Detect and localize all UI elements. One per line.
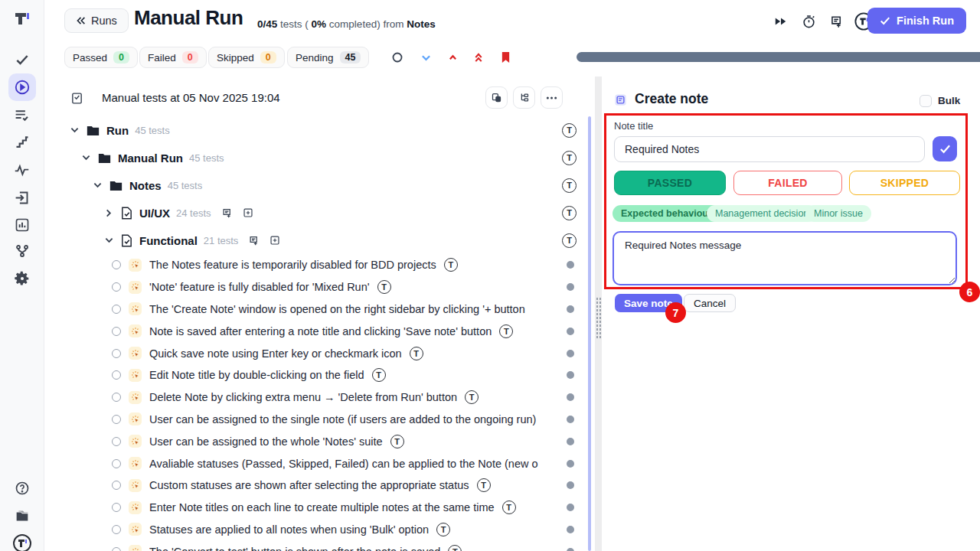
suite-count: 45 tests <box>189 152 224 164</box>
test-status-radio[interactable] <box>112 437 121 446</box>
test-owner-badge-icon: T <box>562 123 577 138</box>
test-row[interactable]: Delete Note by clicking extra menu → 'De… <box>44 386 590 409</box>
activity-pulse-icon[interactable] <box>8 158 36 182</box>
bulk-checkbox[interactable] <box>920 95 932 107</box>
test-row[interactable]: Enter Note titles on each line to create… <box>44 497 590 519</box>
add-note-icon[interactable] <box>221 207 233 219</box>
chevron-down-icon[interactable] <box>80 152 91 163</box>
tag-management-decision[interactable]: Management decision <box>707 205 817 222</box>
collapse-down-icon[interactable] <box>417 49 434 66</box>
suite-row-manual-run[interactable]: Manual Run45 testsT <box>44 144 590 171</box>
priority-double-up-icon[interactable] <box>470 49 487 66</box>
test-row[interactable]: Statuses are applied to all notes when u… <box>44 519 590 541</box>
test-status-radio[interactable] <box>112 481 121 490</box>
test-status-radio[interactable] <box>112 260 121 269</box>
help-icon[interactable] <box>8 476 36 500</box>
page-title: Manual Run <box>134 6 243 30</box>
test-tree-pane: Manual tests at 05 Nov 2025 19:04 Run45 … <box>44 77 590 551</box>
test-plans-icon[interactable] <box>8 103 36 127</box>
filter-chip-pending[interactable]: Pending 45 <box>287 47 369 68</box>
test-title: Edit Note title by double-clicking on th… <box>149 369 364 381</box>
tree-view-button[interactable] <box>513 86 535 109</box>
test-row[interactable]: The Notes feature is temporarily disable… <box>44 254 590 276</box>
add-note-icon[interactable] <box>248 235 260 246</box>
tag-expected-behaviour[interactable]: Expected behaviour <box>612 205 720 222</box>
test-status-radio[interactable] <box>112 305 121 314</box>
finish-run-button[interactable]: Finish Run <box>867 8 966 34</box>
test-row[interactable]: Quick save note using Enter key or check… <box>44 342 590 364</box>
status-skipped-button[interactable]: SKIPPED <box>849 171 960 195</box>
pending-status-dot <box>567 371 574 379</box>
test-status-radio[interactable] <box>112 547 121 551</box>
suite-row-ui-ux[interactable]: UI/UX24 testsT <box>44 199 590 227</box>
test-owner-badge-icon: T <box>562 206 577 220</box>
back-to-runs-button[interactable]: Runs <box>64 8 129 33</box>
test-status-radio[interactable] <box>112 393 121 402</box>
suite-count: 21 tests <box>204 235 239 246</box>
runs-play-icon[interactable] <box>8 73 36 101</box>
test-row[interactable]: The 'Create Note' window is opened on th… <box>44 298 590 321</box>
filter-chip-skipped[interactable]: Skipped 0 <box>208 47 285 68</box>
suite-row-run[interactable]: Run45 testsT <box>44 116 590 144</box>
test-status-radio[interactable] <box>112 525 121 534</box>
note-title-input[interactable] <box>614 136 925 162</box>
test-status-radio[interactable] <box>112 415 121 424</box>
filter-chip-failed[interactable]: Failed 0 <box>139 47 207 68</box>
run-checklist-icon[interactable] <box>70 92 83 108</box>
copy-run-button[interactable] <box>485 86 508 109</box>
test-row[interactable]: User can be assigned to the single note … <box>44 409 590 431</box>
test-row[interactable]: The 'Convert to test' button is shown af… <box>44 540 590 551</box>
add-test-icon[interactable] <box>243 207 253 218</box>
settings-gear-icon[interactable] <box>8 266 36 291</box>
test-row[interactable]: Avaliable statuses (Passed, Skipped, Fai… <box>44 452 590 474</box>
test-status-radio[interactable] <box>112 459 121 468</box>
timer-icon[interactable] <box>799 12 818 31</box>
chevron-down-icon[interactable] <box>103 235 114 246</box>
more-options-button[interactable] <box>541 86 563 109</box>
panel-resize-gutter[interactable] <box>595 77 602 551</box>
circle-status-icon[interactable] <box>389 49 406 66</box>
pending-status-dot <box>567 416 574 423</box>
cancel-button[interactable]: Cancel <box>684 294 736 312</box>
test-row[interactable]: User can be assigned to the whole 'Notes… <box>44 430 590 452</box>
filter-chip-passed[interactable]: Passed 0 <box>64 47 138 68</box>
test-status-radio[interactable] <box>112 370 121 380</box>
test-status-radio[interactable] <box>112 349 121 358</box>
add-note-icon[interactable] <box>827 12 845 31</box>
steps-icon[interactable] <box>8 130 36 155</box>
profile-logo-icon[interactable] <box>8 531 36 551</box>
tag-minor-issue[interactable]: Minor issue <box>805 205 871 222</box>
chevron-down-icon[interactable] <box>92 180 103 191</box>
test-row[interactable]: Edit Note title by double-clicking on th… <box>44 364 590 386</box>
bookmark-icon[interactable] <box>497 49 514 66</box>
test-title: The 'Convert to test' button is shown af… <box>149 546 440 551</box>
status-passed-button[interactable]: PASSED <box>614 171 726 195</box>
test-status-radio[interactable] <box>112 282 121 292</box>
test-owner-badge-icon: T <box>448 545 462 551</box>
resize-handle-icon[interactable] <box>596 297 601 340</box>
test-row[interactable]: Custom statuses are shown after selectin… <box>44 474 590 497</box>
test-status-radio[interactable] <box>112 327 121 336</box>
import-icon[interactable] <box>8 185 36 210</box>
status-failed-button[interactable]: FAILED <box>733 171 842 195</box>
test-status-radio[interactable] <box>112 503 121 512</box>
tree-scrollbar[interactable] <box>588 116 591 551</box>
note-icon <box>613 93 628 110</box>
projects-folder-icon[interactable] <box>8 504 36 528</box>
test-row[interactable]: Note is saved after entering a note titl… <box>44 320 590 342</box>
priority-up-icon[interactable] <box>444 49 461 66</box>
test-row[interactable]: 'Note' feature is fully disabled for 'Mi… <box>44 276 590 298</box>
tests-check-icon[interactable] <box>8 47 36 72</box>
chevron-right-icon[interactable] <box>103 207 114 218</box>
note-message-textarea[interactable] <box>612 231 957 285</box>
app-logo-icon[interactable] <box>8 6 36 31</box>
fast-forward-icon[interactable] <box>772 12 790 31</box>
suite-row-functional[interactable]: Functional21 testsT <box>44 227 590 254</box>
test-owner-badge-icon: T <box>562 233 577 248</box>
quick-save-check-button[interactable] <box>933 136 957 161</box>
analytics-icon[interactable] <box>8 213 36 237</box>
chevron-down-icon[interactable] <box>69 125 80 135</box>
suite-row-notes[interactable]: Notes45 testsT <box>44 171 590 199</box>
add-test-icon[interactable] <box>270 235 280 246</box>
branch-icon[interactable] <box>8 239 36 263</box>
